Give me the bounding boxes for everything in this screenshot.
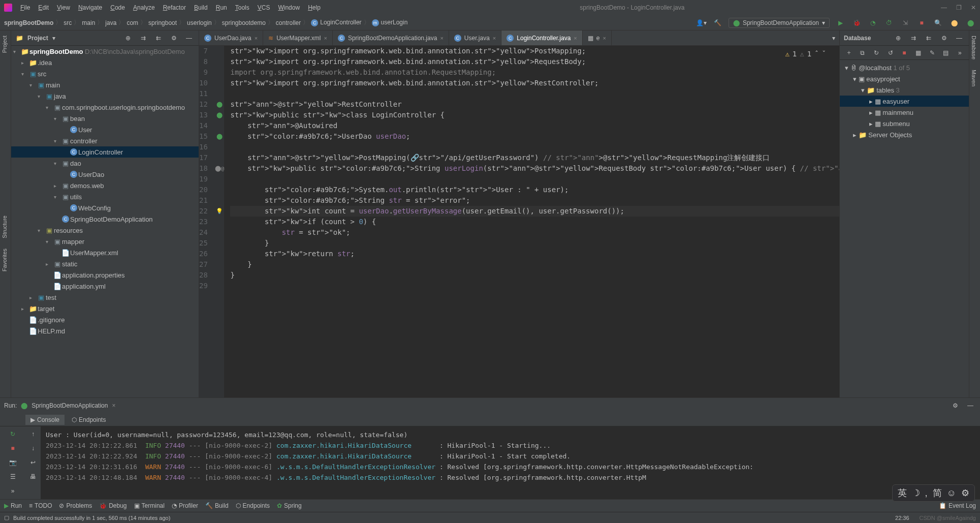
window-list-icon[interactable]: ▢	[4, 514, 9, 521]
attach-icon[interactable]: ⇲	[900, 17, 911, 28]
db-tree-item[interactable]: ▸ ▦ mainmenu	[840, 107, 969, 118]
coverage-icon[interactable]: ◔	[867, 17, 878, 28]
tree-item[interactable]: ▸▣static	[11, 258, 199, 269]
ide-notify-icon[interactable]: ⬤	[965, 17, 976, 28]
ide-update-icon[interactable]: ⬤	[949, 17, 960, 28]
menu-window[interactable]: Window	[275, 3, 303, 12]
rail-favorites[interactable]: Favorites	[0, 243, 9, 276]
db-expand-icon[interactable]: ⇉	[908, 33, 919, 44]
tree-item[interactable]: 📄.gitignore	[11, 314, 199, 325]
rail-maven[interactable]: Maven	[969, 65, 978, 91]
close-tab-icon[interactable]: ×	[440, 35, 443, 41]
console-output[interactable]: User : User(id=0, username=null, passwor…	[41, 426, 980, 499]
db-more-icon[interactable]: »	[955, 47, 965, 58]
tree-item[interactable]: ▾▣bean	[11, 113, 199, 124]
menu-run[interactable]: Run	[213, 3, 230, 12]
db-tree-item[interactable]: ▾ 📁 tables 3	[840, 84, 969, 96]
ime-item[interactable]: ⚙	[961, 487, 969, 499]
db-edit-icon[interactable]: ✎	[927, 47, 937, 58]
close-tab-icon[interactable]: ×	[324, 35, 327, 41]
endpoints-tab[interactable]: ⬡Endpoints	[67, 415, 111, 425]
rail-project[interactable]: Project	[0, 30, 9, 58]
ime-item[interactable]: 英	[898, 487, 907, 499]
breadcrumb[interactable]: springBootDemo〉src〉main〉java〉com〉springb…	[4, 18, 407, 27]
scroll-up-icon[interactable]: ↑	[27, 428, 39, 440]
menu-vcs[interactable]: VCS	[255, 3, 273, 12]
tool-terminal[interactable]: ▣Terminal	[134, 502, 165, 509]
tree-item[interactable]: ▾▣resources	[11, 225, 199, 236]
run-settings-icon[interactable]: ⚙	[950, 400, 961, 411]
settings-icon[interactable]: ⚙	[168, 33, 179, 44]
menu-code[interactable]: Code	[107, 3, 128, 12]
rail-structure[interactable]: Structure	[0, 210, 9, 243]
tree-item[interactable]: ▾▣mapper	[11, 236, 199, 247]
filter-icon[interactable]: ☰	[7, 471, 18, 482]
close-button[interactable]: ✕	[971, 4, 976, 11]
breadcrumb-item[interactable]: com	[127, 19, 138, 26]
db-stop-icon[interactable]: ■	[899, 47, 909, 58]
tree-item[interactable]: ▾▣dao	[11, 158, 199, 169]
ime-toolbar[interactable]: 英☽,简☺⚙	[892, 484, 975, 502]
breadcrumb-item[interactable]: src	[64, 19, 72, 26]
tree-item[interactable]: 📄application.properties	[11, 269, 199, 281]
menu-view[interactable]: View	[54, 3, 73, 12]
tool-debug[interactable]: 🐞Debug	[99, 502, 127, 509]
tool-profiler[interactable]: ◔Profiler	[172, 502, 198, 509]
menu-analyze[interactable]: Analyze	[130, 3, 158, 12]
breadcrumb-item[interactable]: springBootDemo	[4, 19, 53, 26]
menu-navigate[interactable]: Navigate	[75, 3, 105, 12]
db-tree-item[interactable]: ▸ ▦ submenu	[840, 118, 969, 129]
tool-endpoints[interactable]: ⬡Endpoints	[236, 502, 270, 509]
breadcrumb-item[interactable]: main	[82, 19, 95, 26]
ime-item[interactable]: ,	[925, 488, 928, 499]
db-settings-icon[interactable]: ⚙	[938, 33, 950, 44]
menu-edit[interactable]: Edit	[35, 3, 52, 12]
search-everywhere-icon[interactable]: 🔍	[932, 17, 943, 28]
db-refresh-icon[interactable]: ↻	[872, 47, 881, 58]
close-run-tab[interactable]: ×	[112, 402, 115, 409]
db-hide-icon[interactable]: —	[954, 33, 965, 44]
db-tree-item[interactable]: ▾ ▣ easyproject	[840, 73, 969, 84]
rerun-icon[interactable]: ↻	[7, 428, 18, 440]
debug-icon[interactable]: 🐞	[851, 17, 862, 28]
close-tab-icon[interactable]: ×	[603, 35, 606, 41]
rail-database[interactable]: Database	[969, 30, 978, 65]
breadcrumb-item[interactable]: springbootdemo	[222, 19, 266, 26]
profile-icon[interactable]: ⏱	[883, 17, 895, 28]
breadcrumb-item[interactable]: CLoginController	[311, 19, 361, 26]
db-add-icon[interactable]: ＋	[844, 47, 853, 58]
editor-tab[interactable]: ▦e×	[583, 30, 612, 45]
code-editor[interactable]: 7891011121314151617181920212223242526272…	[199, 46, 839, 397]
db-console-icon[interactable]: ▤	[941, 47, 951, 58]
menu-build[interactable]: Build	[191, 3, 211, 12]
tree-project-root[interactable]: ▾📁springBootDemo D:\NCB\ncbJava\springBo…	[11, 46, 199, 57]
minimize-button[interactable]: —	[941, 4, 947, 11]
expand-all-icon[interactable]: ⇉	[138, 33, 149, 44]
tree-item[interactable]: ▸▣test	[11, 292, 199, 303]
close-tab-icon[interactable]: ×	[574, 35, 577, 41]
soft-wrap-icon[interactable]: ↩	[27, 457, 39, 468]
more-icon[interactable]: »	[7, 485, 18, 497]
tree-item[interactable]: CUserDao	[11, 169, 199, 180]
stop-icon[interactable]: ■	[916, 17, 927, 28]
tree-item[interactable]: 📄application.yml	[11, 281, 199, 292]
tree-item[interactable]: ▾▣com.springboot.userlogin.springbootdem…	[11, 102, 199, 113]
tree-item[interactable]: ▾▣main	[11, 79, 199, 90]
db-collapse-icon[interactable]: ⇇	[923, 33, 934, 44]
db-duplicate-icon[interactable]: ⧉	[858, 47, 867, 58]
inspection-widget[interactable]: ⚠1 ⚠1 ˆˇ	[783, 48, 828, 60]
tool-problems[interactable]: ⊘Problems	[59, 502, 92, 509]
project-view-dropdown[interactable]: ▾	[52, 35, 55, 42]
select-opened-file-icon[interactable]: ⊕	[122, 33, 134, 44]
db-tree-item[interactable]: ▾ 🛢 @localhost 1 of 5	[840, 62, 969, 73]
close-tab-icon[interactable]: ×	[255, 35, 258, 41]
db-locate-icon[interactable]: ⊕	[893, 33, 904, 44]
tree-item[interactable]: ▾▣controller	[11, 135, 199, 146]
breadcrumb-item[interactable]: userlogin	[187, 19, 212, 26]
menu-help[interactable]: Help	[305, 3, 324, 12]
db-tree-item[interactable]: ▸ 📁 Server Objects	[840, 129, 969, 140]
menu-tools[interactable]: Tools	[232, 3, 252, 12]
tree-item[interactable]: CWebConfig	[11, 202, 199, 213]
editor-tab[interactable]: CLoginController.java×	[501, 30, 583, 45]
build-hammer-icon[interactable]: 🔨	[712, 17, 723, 28]
